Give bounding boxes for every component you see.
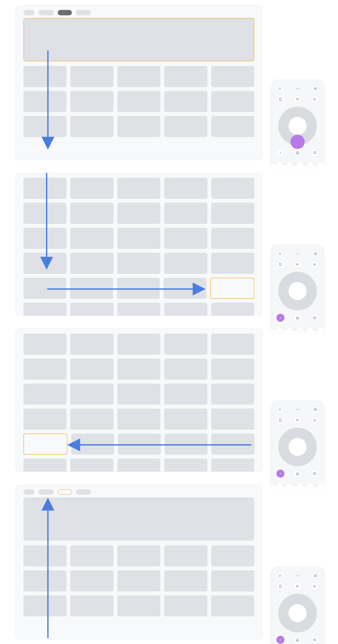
content-tile[interactable] xyxy=(117,228,160,249)
settings-button[interactable] xyxy=(311,95,319,103)
content-tile[interactable] xyxy=(117,358,160,380)
assistant-button[interactable] xyxy=(294,416,302,424)
dpad-select[interactable] xyxy=(288,117,306,135)
content-tile[interactable] xyxy=(70,358,113,380)
content-tile[interactable] xyxy=(211,334,254,355)
content-tile[interactable] xyxy=(211,91,254,112)
content-tile[interactable] xyxy=(24,91,66,112)
power-button[interactable] xyxy=(276,250,283,257)
tab-pill-active[interactable] xyxy=(58,10,72,15)
content-tile[interactable] xyxy=(70,66,113,87)
dpad[interactable] xyxy=(278,272,317,310)
content-tile[interactable] xyxy=(211,203,254,224)
content-tile[interactable] xyxy=(117,203,160,224)
content-tile[interactable] xyxy=(70,303,113,316)
home-button[interactable] xyxy=(294,636,302,644)
content-tile[interactable] xyxy=(211,595,254,616)
content-tile[interactable] xyxy=(117,116,160,137)
dpad[interactable] xyxy=(278,594,317,632)
content-tile[interactable] xyxy=(117,278,160,299)
content-tile[interactable] xyxy=(70,203,113,224)
content-tile[interactable] xyxy=(211,116,254,137)
back-button[interactable] xyxy=(276,149,284,156)
content-tile[interactable] xyxy=(70,545,113,566)
content-tile[interactable] xyxy=(164,303,207,316)
content-tile[interactable] xyxy=(211,178,254,199)
content-tile[interactable] xyxy=(211,458,254,472)
content-tile[interactable] xyxy=(70,253,113,274)
content-tile[interactable] xyxy=(24,66,66,87)
content-tile[interactable] xyxy=(70,334,113,355)
tab-pill[interactable] xyxy=(38,489,54,495)
content-tile[interactable] xyxy=(211,303,254,316)
content-tile[interactable] xyxy=(70,570,113,592)
content-tile[interactable] xyxy=(117,408,160,430)
content-tile[interactable] xyxy=(164,334,207,355)
content-tile[interactable] xyxy=(117,595,160,616)
input-button[interactable] xyxy=(312,406,319,413)
tab-pill-focused[interactable] xyxy=(58,489,72,495)
content-tile[interactable] xyxy=(211,228,254,249)
content-tile[interactable] xyxy=(164,66,207,87)
content-tile[interactable] xyxy=(24,228,66,249)
content-tile[interactable] xyxy=(164,203,207,224)
content-tile[interactable] xyxy=(211,253,254,274)
hero-banner-focused[interactable] xyxy=(24,18,254,61)
bookmark-button[interactable] xyxy=(276,95,284,103)
content-tile[interactable] xyxy=(164,358,207,380)
bookmark-button[interactable] xyxy=(276,260,284,268)
content-tile[interactable] xyxy=(117,545,160,566)
content-tile[interactable] xyxy=(164,253,207,274)
tab-pill[interactable] xyxy=(76,489,91,495)
content-tile-focused[interactable] xyxy=(24,434,67,455)
home-button[interactable] xyxy=(294,314,302,322)
content-tile[interactable] xyxy=(70,91,113,112)
content-tile[interactable] xyxy=(71,434,114,455)
content-tile[interactable] xyxy=(24,358,66,380)
content-tile[interactable] xyxy=(24,384,66,405)
content-tile[interactable] xyxy=(70,408,113,430)
power-button[interactable] xyxy=(276,85,283,92)
content-tile[interactable] xyxy=(164,408,207,430)
content-tile[interactable] xyxy=(164,595,207,616)
content-tile[interactable] xyxy=(24,116,66,137)
bookmark-button[interactable] xyxy=(276,582,284,590)
dpad-select[interactable] xyxy=(288,604,306,622)
back-button-highlighted[interactable] xyxy=(276,636,284,644)
tab-pill[interactable] xyxy=(38,10,54,15)
assistant-button[interactable] xyxy=(294,582,302,590)
settings-button[interactable] xyxy=(311,416,319,424)
content-tile[interactable] xyxy=(211,384,254,405)
power-button[interactable] xyxy=(276,572,283,579)
content-tile[interactable] xyxy=(24,595,66,616)
content-tile[interactable] xyxy=(24,303,66,316)
content-tile[interactable] xyxy=(211,545,254,566)
content-tile[interactable] xyxy=(211,570,254,592)
content-tile[interactable] xyxy=(164,228,207,249)
power-button[interactable] xyxy=(276,406,283,413)
dpad-select[interactable] xyxy=(288,282,306,300)
content-tile[interactable] xyxy=(118,434,161,455)
tab-pill[interactable] xyxy=(24,489,34,495)
content-tile[interactable] xyxy=(70,116,113,137)
content-tile[interactable] xyxy=(164,178,207,199)
hero-banner[interactable] xyxy=(24,498,254,541)
content-tile[interactable] xyxy=(70,595,113,616)
content-tile[interactable] xyxy=(211,408,254,430)
home-button[interactable] xyxy=(294,470,302,478)
content-tile[interactable] xyxy=(164,91,207,112)
content-tile[interactable] xyxy=(164,116,207,137)
settings-button[interactable] xyxy=(311,582,319,590)
content-tile-focused[interactable] xyxy=(210,278,254,299)
content-tile[interactable] xyxy=(70,458,113,472)
home-button[interactable] xyxy=(294,149,302,156)
content-tile[interactable] xyxy=(24,408,66,430)
content-tile[interactable] xyxy=(24,203,66,224)
content-tile[interactable] xyxy=(164,570,207,592)
dpad[interactable] xyxy=(278,107,317,145)
content-tile[interactable] xyxy=(70,384,113,405)
content-tile[interactable] xyxy=(24,178,66,199)
back-button-highlighted[interactable] xyxy=(276,470,284,478)
content-tile[interactable] xyxy=(117,91,160,112)
settings-button[interactable] xyxy=(311,260,319,268)
